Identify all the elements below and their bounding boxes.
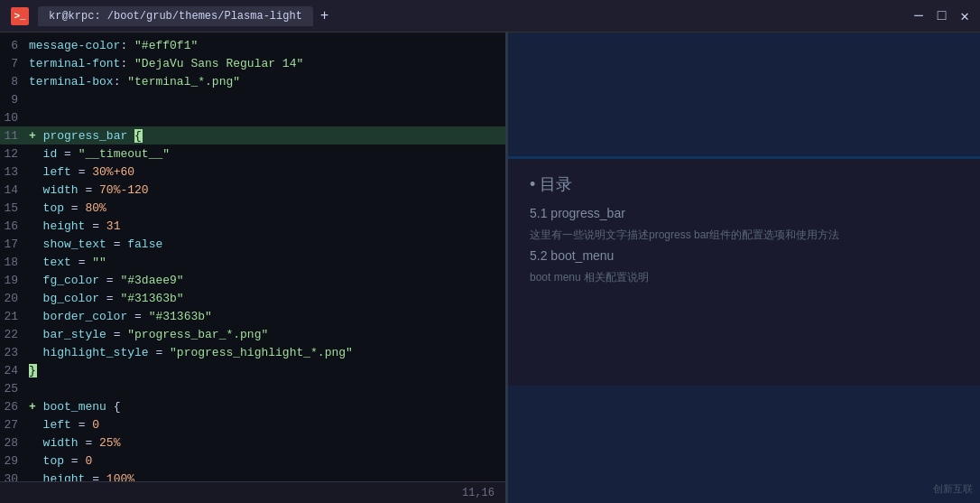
terminal-icon: >_: [11, 7, 29, 25]
right-panel: • 目录 5.1 progress_bar 这里有一些说明文字描述progres…: [508, 33, 980, 503]
section1-desc: 这里有一些说明文字描述progress bar组件的配置选项和使用方法: [530, 228, 958, 243]
code-line-23: 23 highlight_style = "progress_highlight…: [0, 343, 505, 361]
tab-title: kr@krpc: /boot/grub/themes/Plasma-light: [49, 10, 302, 23]
maximize-button[interactable]: □: [938, 8, 947, 24]
watermark: 创新互联: [933, 482, 973, 496]
right-heading: • 目录: [530, 173, 958, 195]
titlebar: >_ kr@krpc: /boot/grub/themes/Plasma-lig…: [0, 0, 980, 33]
code-line-12: 12 id = "__timeout__": [0, 144, 505, 163]
add-tab-button[interactable]: +: [320, 8, 329, 24]
status-bar: 11,16: [0, 481, 505, 503]
code-line-8: 8 terminal-box: "terminal_*.png": [0, 72, 505, 90]
right-top-image: [508, 33, 980, 159]
code-line-19: 19 fg_color = "#3daee9": [0, 271, 505, 289]
code-line-17: 17 show_text = false: [0, 235, 505, 253]
code-line-13: 13 left = 30%+60: [0, 163, 505, 181]
code-line-15: 15 top = 80%: [0, 199, 505, 217]
code-line-14: 14 width = 70%-120: [0, 181, 505, 199]
section2-title: 5.2 boot_menu: [530, 248, 958, 263]
editor-panel[interactable]: 6 message-color: "#eff0f1" 7 terminal-fo…: [0, 33, 505, 503]
code-line-21: 21 border_color = "#31363b": [0, 307, 505, 325]
code-line-10: 10: [0, 108, 505, 126]
code-line-29: 29 top = 0: [0, 452, 505, 470]
content-area: 6 message-color: "#eff0f1" 7 terminal-fo…: [0, 33, 980, 503]
code-editor[interactable]: 6 message-color: "#eff0f1" 7 terminal-fo…: [0, 33, 505, 481]
code-line-7: 7 terminal-font: "DejaVu Sans Regular 14…: [0, 54, 505, 72]
code-line-30: 30 height = 100%: [0, 470, 505, 481]
right-content: • 目录 5.1 progress_bar 这里有一些说明文字描述progres…: [508, 159, 980, 305]
code-line-18: 18 text = "": [0, 253, 505, 271]
code-line-25: 25: [0, 379, 505, 397]
code-line-26: 26 + boot_menu {: [0, 397, 505, 415]
code-line-27: 27 left = 0: [0, 415, 505, 433]
minimize-button[interactable]: ─: [914, 8, 923, 24]
code-line-11: 11 + progress_bar {: [0, 126, 505, 144]
code-line-9: 9: [0, 90, 505, 108]
code-line-24: 24 }: [0, 361, 505, 379]
section1-title: 5.1 progress_bar: [530, 206, 958, 220]
right-bottom-image: [508, 386, 980, 503]
section2-desc: boot menu 相关配置说明: [530, 270, 958, 285]
window-controls: ─ □ ✕: [914, 7, 969, 25]
code-line-28: 28 width = 25%: [0, 433, 505, 452]
code-line-6: 6 message-color: "#eff0f1": [0, 36, 505, 54]
terminal-window: >_ kr@krpc: /boot/grub/themes/Plasma-lig…: [0, 0, 980, 503]
active-tab[interactable]: kr@krpc: /boot/grub/themes/Plasma-light: [38, 6, 313, 26]
close-button[interactable]: ✕: [960, 7, 969, 25]
code-line-16: 16 height = 31: [0, 217, 505, 235]
cursor-position: 11,16: [462, 487, 495, 499]
code-line-22: 22 bar_style = "progress_bar_*.png": [0, 325, 505, 343]
code-line-20: 20 bg_color = "#31363b": [0, 289, 505, 307]
